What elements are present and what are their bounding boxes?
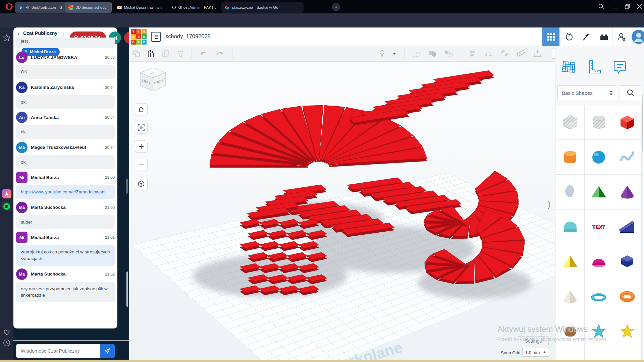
more-dots-icon[interactable]: … — [2, 351, 11, 360]
settings-button[interactable]: Settings — [518, 336, 549, 345]
view-cube[interactable]: TOP LEFT FRONT — [138, 66, 168, 93]
minimize-icon[interactable] — [612, 3, 619, 10]
tab-bigbluebutton[interactable]: b BigBlueButton - Graf — [15, 2, 65, 13]
new-tab-button[interactable]: + — [332, 3, 340, 11]
shape-tile-round-roof[interactable] — [556, 209, 585, 244]
logo-tile: R — [142, 34, 147, 39]
opera-logo-icon[interactable]: O — [4, 1, 14, 12]
bigbluebutton-favicon: b — [18, 5, 23, 10]
heart-icon[interactable] — [2, 327, 11, 336]
design-grid-icon[interactable] — [542, 27, 559, 46]
bricks-icon[interactable] — [595, 27, 612, 46]
chat-link[interactable]: https://www.youtube.com/c/Zamodelowani — [21, 189, 105, 194]
ruler-tool-icon[interactable] — [586, 59, 603, 75]
sender-name: Anna Tańska — [31, 115, 102, 120]
restore-icon[interactable] — [624, 3, 631, 10]
shape-tile-workplane[interactable] — [556, 105, 585, 140]
workplane-drop-icon[interactable] — [533, 49, 542, 58]
tab-label: Ghost Admin - PAKT dla K — [178, 5, 216, 9]
shape-tile-torus-thin[interactable] — [585, 279, 613, 314]
align-icon — [469, 50, 476, 58]
tab-google-search[interactable]: plaszczyzna - Szukaj w Go — [221, 2, 304, 13]
chat-back-icon[interactable]: ‹ — [17, 31, 19, 36]
shape-tile-cone-soft[interactable] — [556, 279, 585, 314]
aria-app-icon[interactable] — [2, 189, 11, 198]
3d-viewport[interactable]: Workplane TOP LEFT FRONT — [129, 62, 555, 362]
sender-name: Magda Truszkowska-Reut — [31, 145, 102, 150]
shape-tile-cone-purple[interactable] — [613, 175, 642, 209]
zoom-out-icon[interactable] — [135, 159, 148, 171]
taskbar-edge-strip[interactable] — [0, 360, 644, 362]
account-avatar[interactable] — [630, 27, 644, 46]
chat-message: MaMagda Truszkowska-Reut20:54ok — [16, 142, 115, 169]
shape-tile-box[interactable] — [613, 105, 642, 140]
history-clock-icon[interactable] — [2, 339, 11, 347]
shape-tile-text[interactable]: TEXTTEXT — [585, 209, 613, 244]
search-icon[interactable] — [598, 3, 605, 10]
tab-label: Michał Burza has invited y — [124, 5, 162, 9]
shape-tile-ruler[interactable] — [585, 105, 613, 140]
shape-tile-torus[interactable] — [613, 279, 642, 314]
tinkercad-favicon — [68, 5, 73, 10]
tab-ghost[interactable]: Ghost Admin - PAKT dla K — [169, 2, 219, 13]
shape-tile-scribble[interactable] — [613, 140, 642, 175]
shape-tile-polygon[interactable] — [613, 244, 642, 279]
chat-bubble: ok — [16, 125, 115, 139]
snap-grid-dropdown[interactable]: 1.0 mm — [522, 348, 549, 357]
toolbar-separator — [192, 48, 192, 59]
tab-tinkercad[interactable]: 3D design schody_17092 — [65, 2, 112, 13]
tab-gmail[interactable]: Michał Burza has invited y — [114, 2, 165, 13]
ortho-view-icon[interactable] — [135, 178, 148, 190]
panel-scrollbar[interactable] — [642, 95, 643, 152]
blocks-pickaxe-icon[interactable] — [578, 27, 595, 46]
shape-tile-star-yellow[interactable] — [613, 314, 642, 349]
duplicate-icon — [162, 50, 170, 57]
design-list-button[interactable] — [151, 32, 161, 42]
dropdown-up-icon — [543, 351, 546, 353]
message-time: 21:02 — [105, 272, 115, 276]
notes-tool-icon[interactable] — [611, 59, 629, 75]
chat-message: MaMarta Suchocka21:00super — [16, 202, 115, 229]
chat-title: Czat Publiczny — [23, 31, 116, 36]
avatar: Mi — [16, 232, 28, 243]
chat-message: AnAnna Tańska20:54ok — [16, 112, 115, 139]
spotify-app-icon[interactable] — [2, 202, 11, 211]
fit-view-icon[interactable] — [135, 122, 148, 134]
shape-tile-roof[interactable] — [585, 175, 613, 209]
shape-tile-half-sphere[interactable] — [585, 244, 613, 279]
paste-icon[interactable] — [148, 50, 154, 58]
tab-label: plaszczyzna - Szukaj w Go — [232, 5, 278, 9]
avatar: Ma — [16, 202, 28, 213]
redo-icon[interactable] — [216, 51, 224, 57]
panel-scrollbar[interactable] — [126, 179, 128, 194]
design-title[interactable]: schody_17092025 — [165, 33, 211, 40]
tinkercad-header: TINKERCAD schody_17092025 — [129, 27, 644, 46]
panel-collapse-icon[interactable] — [547, 200, 552, 210]
shape-tile-heart-brown[interactable] — [556, 314, 585, 349]
star-icon[interactable] — [2, 34, 11, 42]
workplane-tool-icon[interactable] — [560, 59, 578, 75]
sender-name: Marta Suchocka — [31, 205, 102, 210]
desktop-root: O b BigBlueButton - Graf 3D design schod… — [0, 0, 644, 362]
shape-tile-paraboloid[interactable] — [556, 175, 585, 209]
undo-icon[interactable] — [200, 51, 208, 57]
show-all-icon[interactable] — [379, 50, 385, 58]
shape-tile-sphere[interactable] — [585, 140, 613, 175]
share-invite-icon[interactable] — [612, 27, 630, 46]
home-view-icon[interactable] — [135, 103, 148, 115]
tinkercad-logo[interactable]: TINKERCAD — [131, 29, 147, 45]
shape-tile-cylinder[interactable] — [556, 140, 585, 175]
shape-tile-pyramid[interactable] — [556, 244, 585, 279]
shape-search-icon[interactable] — [620, 85, 641, 100]
chat-messages[interactable]: jestLuLUCYNA JANOWSKA20:53OKKaKarolina Z… — [16, 38, 115, 310]
avatar: Mi — [16, 172, 28, 183]
ruler-icon[interactable] — [516, 49, 525, 58]
shape-tile-wedge[interactable] — [613, 209, 642, 244]
sim-lab-apple-icon[interactable] — [560, 27, 578, 46]
3d-scene[interactable]: Workplane — [129, 62, 555, 362]
shape-tile-star-teal[interactable] — [585, 314, 613, 349]
close-icon[interactable] — [636, 3, 643, 10]
shape-category-dropdown[interactable]: Basic Shapes — [557, 85, 617, 100]
zoom-in-icon[interactable] — [135, 140, 148, 153]
dropdown-caret-icon[interactable] — [392, 52, 396, 55]
